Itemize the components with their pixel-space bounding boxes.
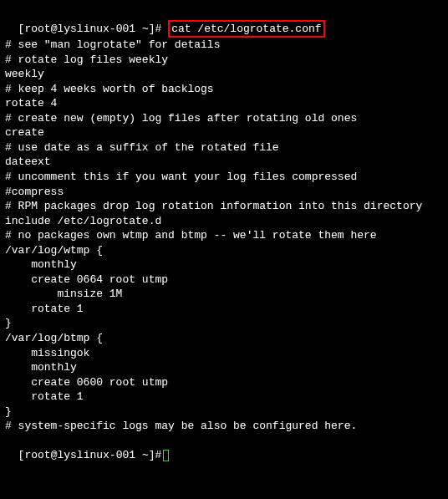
output-line: rotate 4 (5, 96, 443, 111)
command-highlight: cat /etc/logrotate.conf (168, 20, 324, 38)
prompt-host: lyslinux-001 (57, 23, 135, 35)
output-line: /var/log/wtmp { (5, 243, 443, 258)
output-line: include /etc/logrotate.d (5, 214, 443, 229)
output-line: monthly (5, 360, 443, 375)
output-line: /var/log/btmp { (5, 331, 443, 346)
cursor-icon (163, 450, 169, 461)
output-line: } (5, 316, 443, 331)
prompt-user: root (24, 449, 50, 461)
output-line: # keep 4 weeks worth of backlogs (5, 82, 443, 97)
output-line: # rotate log files weekly (5, 53, 443, 68)
output-line: # uncomment this if you want your log fi… (5, 170, 443, 185)
output-line: rotate 1 (5, 390, 443, 405)
output-line: dateext (5, 155, 443, 170)
output-line: create 0600 root utmp (5, 375, 443, 390)
prompt-cwd: ~ (142, 23, 149, 35)
prompt-space (135, 23, 142, 35)
output-line: create (5, 125, 443, 140)
output-line: # see "man logrotate" for details (5, 38, 443, 53)
output-line: weekly (5, 67, 443, 82)
output-line: rotate 1 (5, 302, 443, 317)
output-line: # create new (empty) log files after rot… (5, 111, 443, 126)
output-line: minsize 1M (5, 287, 443, 302)
output-line: monthly (5, 257, 443, 272)
prompt-close: ] (149, 449, 155, 461)
terminal-prompt-line: [root@lyslinux-001 ~]# cat /etc/logrotat… (5, 5, 443, 38)
output-line: create 0664 root utmp (5, 272, 443, 288)
output-line: } (5, 405, 443, 420)
prompt-cwd: ~ (142, 449, 149, 461)
prompt-user: root (24, 23, 50, 35)
output-line: # no packages own wtmp and btmp -- we'll… (5, 228, 443, 243)
prompt-symbol: # (155, 449, 162, 461)
output-line: # RPM packages drop log rotation informa… (5, 199, 443, 214)
terminal-prompt-line-2[interactable]: [root@lyslinux-001 ~]# (5, 434, 443, 463)
prompt-space (135, 449, 142, 461)
output-line: missingok (5, 346, 443, 361)
prompt-host: lyslinux-001 (57, 449, 135, 461)
prompt-gap (161, 23, 168, 35)
output-line: # use date as a suffix of the rotated fi… (5, 140, 443, 155)
prompt-close: ] (149, 23, 155, 35)
output-line: # system-specific logs may be also be co… (5, 419, 443, 434)
output-line: #compress (5, 185, 443, 200)
